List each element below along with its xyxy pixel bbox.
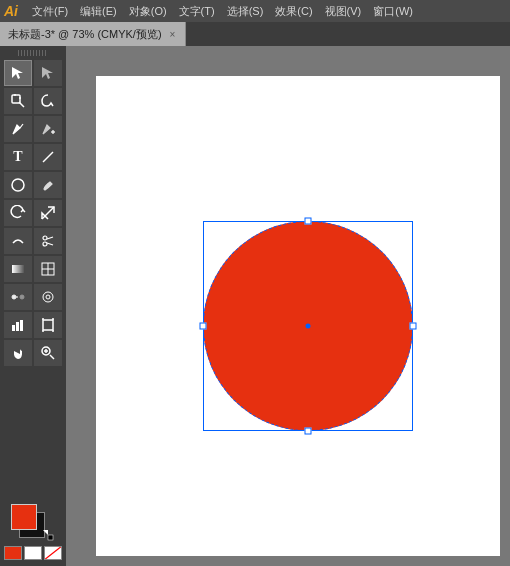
svg-rect-28 [43,320,53,330]
center-dot [306,324,311,329]
svg-rect-3 [12,95,20,103]
symbol-tool[interactable] [34,284,62,310]
menu-file[interactable]: 文件(F) [26,2,74,21]
circle-container[interactable] [203,221,413,431]
handle-top[interactable] [305,218,312,225]
menu-edit[interactable]: 编辑(E) [74,2,123,21]
tool-row-transform [4,200,62,226]
svg-rect-37 [48,535,53,540]
pencil-tool[interactable] [34,172,62,198]
svg-rect-16 [12,265,24,273]
svg-point-10 [12,179,24,191]
document-tab[interactable]: 未标题-3* @ 73% (CMYK/预览) × [0,22,186,46]
scale-tool[interactable] [34,200,62,226]
artboard-tool[interactable] [34,312,62,338]
menu-object[interactable]: 对象(O) [123,2,173,21]
mesh-tool[interactable] [34,256,62,282]
hand-tool[interactable] [4,340,32,366]
toolbar: T [0,46,66,566]
ellipse-tool[interactable] [4,172,32,198]
tool-row-gradient [4,256,62,282]
foreground-color-box[interactable] [11,504,37,530]
svg-point-13 [43,242,47,246]
svg-point-24 [46,295,50,299]
line-tool[interactable] [34,144,62,170]
main-area: T [0,46,510,566]
handle-left[interactable] [200,323,207,330]
reset-colors-icon[interactable] [41,528,55,542]
svg-line-9 [43,152,53,162]
svg-point-23 [43,292,53,302]
lasso-tool[interactable] [34,88,62,114]
svg-rect-26 [16,322,19,331]
pen-tool[interactable] [4,116,32,142]
tab-bar: 未标题-3* @ 73% (CMYK/预览) × [0,22,510,46]
tool-row-select [4,60,62,86]
svg-line-6 [20,124,23,128]
column-graph-tool[interactable] [4,312,32,338]
toolbar-handle [18,50,48,56]
tool-row-blend [4,284,62,310]
tool-row-warp [4,228,62,254]
menu-window[interactable]: 窗口(W) [367,2,419,21]
direct-select-tool[interactable] [34,60,62,86]
circle-shape[interactable] [203,221,413,431]
svg-line-14 [47,237,53,239]
svg-point-21 [20,295,24,299]
menu-bar: Ai 文件(F) 编辑(E) 对象(O) 文字(T) 选择(S) 效果(C) 视… [0,0,510,22]
svg-line-11 [42,207,54,219]
svg-rect-27 [20,320,23,331]
svg-line-15 [47,243,53,245]
gradient-tool[interactable] [4,256,32,282]
svg-line-34 [50,355,54,359]
fill-white-swatch[interactable] [24,546,42,560]
artboard [96,76,500,556]
menu-view[interactable]: 视图(V) [319,2,368,21]
magic-wand-tool[interactable] [4,88,32,114]
color-mode-row [4,546,62,560]
menu-select[interactable]: 选择(S) [221,2,270,21]
svg-marker-0 [12,67,23,79]
fill-red-swatch[interactable] [4,546,22,560]
svg-point-12 [43,236,47,240]
tab-close-button[interactable]: × [168,28,178,41]
menu-type[interactable]: 文字(T) [173,2,221,21]
tool-row-magic [4,88,62,114]
app-logo: Ai [4,4,18,18]
scissors-tool[interactable] [34,228,62,254]
blend-tool[interactable] [4,284,32,310]
menu-effect[interactable]: 效果(C) [269,2,318,21]
tool-row-pen [4,116,62,142]
svg-point-20 [12,295,16,299]
canvas-area[interactable] [66,46,510,566]
fill-none-swatch[interactable] [44,546,62,560]
zoom-tool[interactable] [34,340,62,366]
color-boxes[interactable] [11,504,55,542]
warp-tool[interactable] [4,228,32,254]
tool-row-hand [4,340,62,366]
svg-rect-25 [12,325,15,331]
handle-right[interactable] [410,323,417,330]
select-tool[interactable] [4,60,32,86]
color-section [0,498,66,566]
handle-bottom[interactable] [305,428,312,435]
tool-row-graph [4,312,62,338]
svg-line-38 [45,547,60,559]
svg-marker-1 [42,67,53,79]
add-anchor-tool[interactable] [34,116,62,142]
rotate-tool[interactable] [4,200,32,226]
type-tool[interactable]: T [4,144,32,170]
tool-row-type: T [4,144,62,170]
tool-row-shapes [4,172,62,198]
tab-title: 未标题-3* @ 73% (CMYK/预览) [8,27,162,42]
